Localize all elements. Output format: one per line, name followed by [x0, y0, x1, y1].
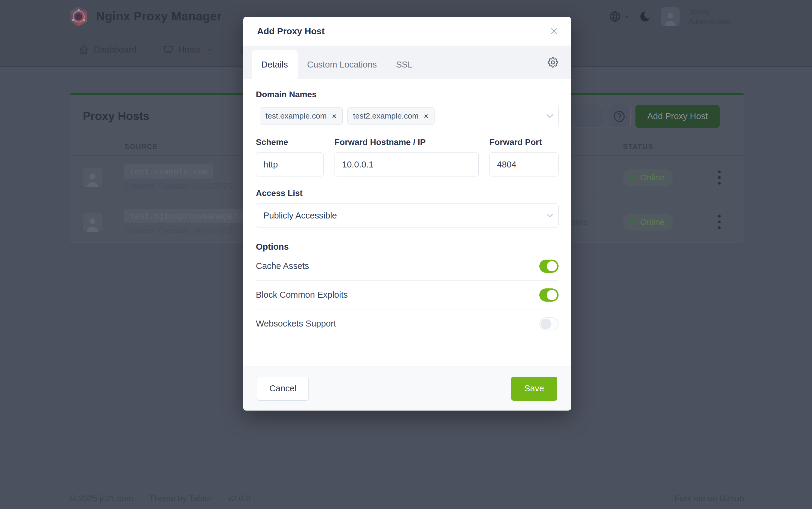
chevron-down-icon [206, 46, 213, 53]
home-icon [79, 44, 89, 55]
theme-link[interactable]: Theme by Tabler [149, 494, 212, 503]
header-actions: Jonny Administrator [609, 7, 731, 26]
add-proxy-host-button[interactable]: Add Proxy Host [636, 105, 720, 128]
status-badge: Online [623, 214, 673, 231]
status-label: Online [640, 217, 664, 227]
access-list-label: Access List [256, 189, 558, 198]
forward-port-label: Forward Port [489, 137, 558, 147]
remove-tag-icon[interactable] [331, 113, 337, 119]
websockets-toggle[interactable] [539, 317, 558, 331]
app-title: Nginx Proxy Manager [96, 10, 222, 23]
websockets-label: Websockets Support [256, 319, 336, 329]
nav-label-hosts: Hosts [178, 45, 201, 55]
modal-footer: Cancel Save [243, 366, 571, 411]
proxy-hosts-title: Proxy Hosts [83, 110, 150, 123]
user-role: Administrator [689, 17, 731, 26]
fork-github-link[interactable]: Fork me on Github [675, 494, 744, 503]
host-domain: test.example.com [124, 165, 213, 178]
chevron-down-icon[interactable] [545, 111, 555, 122]
user-name: Jonny [689, 7, 731, 17]
column-header-status: STATUS [617, 142, 695, 151]
host-domain: test.nginxproxymanager.com [124, 209, 262, 223]
access-list-select[interactable]: Publicly Accessible [256, 203, 558, 228]
dark-mode-toggle-button[interactable] [639, 10, 652, 23]
version-link[interactable]: v2.0.0 [228, 494, 251, 503]
row-menu-kebab-icon[interactable] [718, 215, 721, 229]
status-label: Online [640, 173, 664, 182]
status-dot-icon [631, 175, 636, 180]
domain-names-label: Domain Names [256, 90, 558, 99]
scheme-field[interactable] [256, 152, 324, 176]
modal-title: Add Proxy Host [257, 26, 325, 36]
add-proxy-host-modal: Add Proxy Host Details Custom Locations … [243, 17, 571, 411]
access-list-value: Publicly Accessible [263, 211, 337, 220]
domain-tag: test.example.com [260, 107, 343, 125]
app-logo-icon [69, 6, 88, 27]
copyright-link[interactable]: © 2025 jc21.com [70, 494, 133, 503]
page-footer: © 2025 jc21.com · Theme by Tabler · v2.0… [70, 494, 744, 503]
help-circle-icon [613, 110, 626, 123]
moon-icon [639, 10, 652, 23]
tab-custom-locations[interactable]: Custom Locations [298, 50, 387, 79]
cache-assets-toggle[interactable] [539, 260, 558, 273]
tab-ssl[interactable]: SSL [387, 50, 422, 79]
status-badge: Online [623, 169, 673, 186]
forward-hostname-label: Forward Hostname / IP [334, 137, 479, 147]
option-row-cache-assets: Cache Assets [256, 252, 558, 281]
domain-names-input[interactable]: test.example.com test2.example.com [256, 105, 558, 127]
user-meta: Jonny Administrator [689, 7, 731, 26]
option-row-block-exploits: Block Common Exploits [256, 281, 558, 309]
screen: Nginx Proxy Manager [0, 0, 812, 509]
row-menu-kebab-icon[interactable] [718, 170, 721, 184]
chevron-down-icon [624, 13, 630, 20]
forward-hostname-field[interactable] [334, 152, 479, 176]
user-avatar[interactable] [661, 7, 680, 26]
globe-icon [609, 10, 621, 23]
nav-item-dashboard[interactable]: Dashboard [79, 44, 136, 55]
nav-item-hosts[interactable]: Hosts [163, 44, 213, 55]
block-exploits-toggle[interactable] [539, 289, 558, 302]
chevron-down-icon [545, 210, 555, 221]
modal-tabs: Details Custom Locations SSL [243, 46, 571, 79]
cache-assets-label: Cache Assets [256, 261, 309, 271]
modal-body: Domain Names test.example.com test2.exam… [243, 79, 571, 366]
brand: Nginx Proxy Manager [69, 6, 222, 27]
modal-header: Add Proxy Host [243, 17, 571, 46]
language-menu-button[interactable] [609, 10, 630, 23]
scheme-label: Scheme [256, 137, 324, 147]
remove-tag-icon[interactable] [423, 113, 429, 119]
help-button[interactable] [608, 105, 630, 128]
gear-icon[interactable] [547, 56, 559, 69]
option-row-websockets: Websockets Support [256, 309, 558, 338]
host-avatar [83, 212, 102, 232]
cancel-button[interactable]: Cancel [257, 377, 309, 401]
forward-port-field[interactable] [489, 152, 558, 176]
options-heading: Options [256, 242, 558, 252]
domain-tag: test2.example.com [348, 107, 434, 125]
tab-details[interactable]: Details [252, 50, 298, 79]
monitor-icon [163, 44, 173, 55]
block-exploits-label: Block Common Exploits [256, 290, 348, 300]
status-dot-icon [631, 220, 636, 225]
host-avatar [83, 168, 102, 187]
save-button[interactable]: Save [511, 377, 557, 401]
nav-label-dashboard: Dashboard [94, 45, 136, 55]
close-icon[interactable] [549, 26, 559, 36]
